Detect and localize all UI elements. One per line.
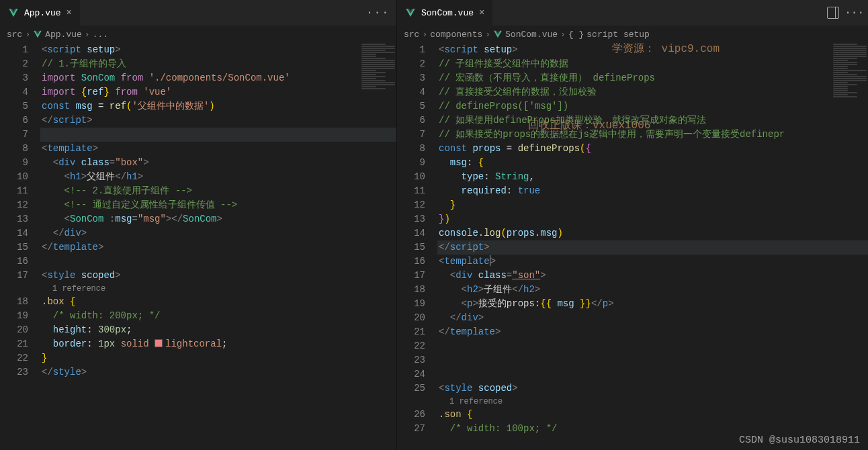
code-line: <style scoped>: [40, 269, 396, 283]
code-area-right[interactable]: 学资源： vipc9.com 回收正版课：vxuexi006 123456789…: [397, 43, 868, 450]
code-lines-left[interactable]: <script setup> // 1.子组件的导入 import SonCom…: [40, 43, 396, 379]
crumb[interactable]: ...: [93, 30, 108, 40]
code-line: </template>: [40, 240, 396, 255]
vue-icon: [405, 7, 416, 18]
code-line: msg: {: [437, 156, 868, 170]
code-line: </script>: [437, 240, 868, 255]
pane-left: App.vue × ··· src › App.vue › ... 123456…: [0, 0, 397, 450]
code-line: <template>: [40, 142, 396, 156]
gutter-left: 1234567891011121314151617181920212223: [0, 43, 40, 379]
color-swatch: [155, 339, 163, 347]
code-line: // 子组件接受父组件中的数据: [437, 57, 868, 71]
code-line: // 直接接受父组件的数据，没加校验: [437, 85, 868, 99]
codelens[interactable]: 1 reference: [40, 283, 396, 295]
code-line: <SonCom :msg="msg"></SonCom>: [40, 212, 396, 226]
code-line: /* width: 100px; */: [437, 422, 868, 436]
code-line: required: true: [437, 184, 868, 198]
editor-split: App.vue × ··· src › App.vue › ... 123456…: [0, 0, 868, 450]
code-line: height: 300px;: [40, 323, 396, 337]
braces-icon: { }: [568, 30, 584, 40]
vue-icon: [33, 30, 42, 39]
csdn-watermark: CSDN @susu1083018911: [739, 435, 860, 446]
close-icon[interactable]: ×: [479, 8, 484, 17]
tab-soncom-vue[interactable]: SonCom.vue ×: [397, 0, 493, 26]
tabbar-right: SonCom.vue × ···: [397, 0, 868, 26]
codelens[interactable]: 1 reference: [437, 396, 868, 408]
chevron-right-icon: ›: [560, 30, 566, 40]
code-line: console.log(props.msg): [437, 226, 868, 240]
tab-label: App.vue: [24, 8, 61, 18]
code-line: const msg = ref('父组件中的数据'): [40, 99, 396, 114]
code-line: type: String,: [437, 170, 868, 184]
code-line: </script>: [40, 114, 396, 128]
chevron-right-icon: ›: [485, 30, 490, 40]
code-line: <h2>子组件</h2>: [437, 283, 868, 297]
breadcrumb-left[interactable]: src › App.vue › ...: [0, 26, 396, 43]
code-line: <!-- 通过自定义属性给子组件传值 -->: [40, 198, 396, 212]
more-icon[interactable]: ···: [366, 7, 390, 19]
code-line: /* width: 200px; */: [40, 309, 396, 323]
code-line: border: 1px solid lightcoral;: [40, 337, 396, 351]
close-icon[interactable]: ×: [67, 8, 72, 17]
code-line: import {ref} from 'vue': [40, 85, 396, 99]
gutter-right: 1234567891011121314151617181920212223242…: [397, 43, 437, 436]
more-icon[interactable]: ···: [844, 7, 864, 19]
chevron-right-icon: ›: [85, 30, 90, 40]
code-line: }): [437, 212, 868, 226]
code-line: <script setup>: [40, 43, 396, 57]
code-line: <style scoped>: [437, 381, 868, 396]
crumb[interactable]: App.vue: [45, 30, 82, 40]
vue-icon: [493, 30, 503, 39]
code-line: // 如果接受的props的数据想在js逻辑中使用，需要声明一个变量接受defi…: [437, 128, 868, 142]
crumb[interactable]: src: [7, 30, 22, 40]
crumb[interactable]: components: [430, 30, 482, 40]
crumb[interactable]: src: [404, 30, 419, 40]
code-line: [437, 367, 868, 381]
code-line: <p>接受的props:{{ msg }}</p>: [437, 297, 868, 311]
code-line: [40, 255, 396, 269]
code-line: .box {: [40, 295, 396, 309]
code-line: <template>: [437, 255, 868, 269]
code-line: [437, 339, 868, 353]
code-line: </template>: [437, 325, 868, 339]
code-line: <div class="son">: [437, 269, 868, 283]
code-area-left[interactable]: 1234567891011121314151617181920212223 <s…: [0, 43, 396, 450]
layout-icon[interactable]: [827, 7, 839, 19]
code-line: }: [40, 351, 396, 365]
tabbar-left: App.vue × ···: [0, 0, 396, 26]
code-line: </style>: [40, 365, 396, 379]
code-line: // defineProps(['msg']): [437, 99, 868, 114]
code-line: </div>: [437, 311, 868, 325]
code-line: </div>: [40, 226, 396, 240]
tab-label: SonCom.vue: [421, 8, 474, 18]
code-lines-right[interactable]: <script setup> // 子组件接受父组件中的数据 // 宏函数（不用…: [437, 43, 868, 436]
chevron-right-icon: ›: [422, 30, 427, 40]
code-line: <script setup>: [437, 43, 868, 57]
code-line: // 宏函数（不用导入，直接使用） defineProps: [437, 71, 868, 85]
code-line: <!-- 2.直接使用子组件 -->: [40, 184, 396, 198]
pane-right: SonCom.vue × ··· src › components › SonC…: [397, 0, 868, 450]
vue-icon: [8, 7, 19, 18]
breadcrumb-right[interactable]: src › components › SonCom.vue › { } scri…: [397, 26, 868, 43]
code-line: [437, 353, 868, 367]
code-line: const props = defineProps({: [437, 142, 868, 156]
code-line: .son {: [437, 408, 868, 422]
code-line: // 1.子组件的导入: [40, 57, 396, 71]
code-line: }: [437, 198, 868, 212]
code-line: import SonCom from './components/SonCom.…: [40, 71, 396, 85]
code-line: [40, 128, 396, 142]
crumb[interactable]: script setup: [587, 30, 650, 40]
crumb[interactable]: SonCom.vue: [505, 30, 558, 40]
chevron-right-icon: ›: [25, 30, 30, 40]
code-line: <div class="box">: [40, 156, 396, 170]
tab-app-vue[interactable]: App.vue ×: [0, 0, 81, 26]
code-line: // 如果使用defineProps加类型校验，就得改写成对象的写法: [437, 114, 868, 128]
code-line: <h1>父组件</h1>: [40, 170, 396, 184]
